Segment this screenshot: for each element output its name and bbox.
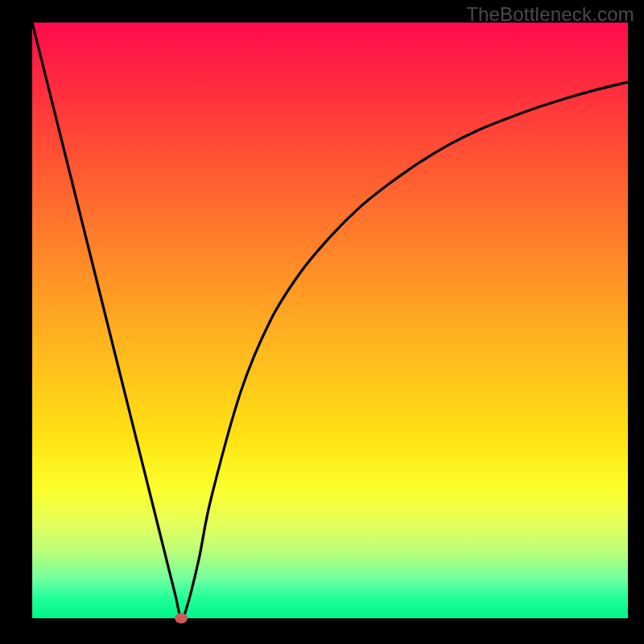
bottleneck-curve (32, 23, 628, 618)
curve-path (32, 23, 628, 618)
optimum-marker (175, 613, 188, 624)
chart-frame: TheBottleneck.com (0, 0, 644, 644)
plot-area (32, 23, 628, 618)
